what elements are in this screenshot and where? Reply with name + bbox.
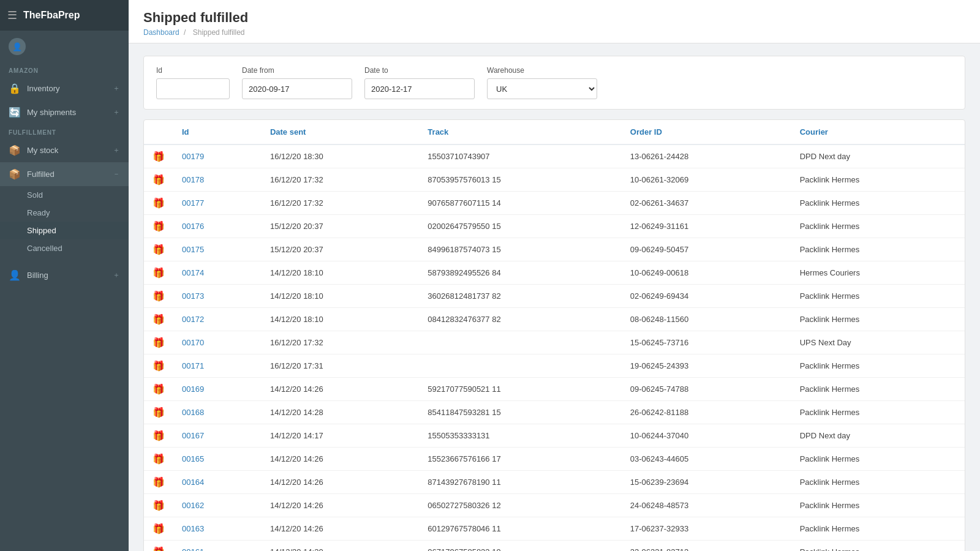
id-input[interactable]: [156, 78, 230, 99]
row-icon-cell: 🎁: [144, 494, 173, 517]
table-row[interactable]: 🎁 00178 16/12/20 17:32 87053957576013 15…: [144, 168, 965, 192]
sidebar-item-my-shipments[interactable]: 🔄 My shipments ＋: [0, 100, 129, 124]
fulfilled-icon: 📦: [9, 168, 21, 180]
row-courier: Packlink Hermes: [791, 308, 965, 331]
row-id[interactable]: 00165: [173, 448, 262, 471]
table-row[interactable]: 🎁 00168 14/12/20 14:28 85411847593281 15…: [144, 401, 965, 424]
gift-icon: 🎁: [153, 523, 165, 534]
row-id[interactable]: 00169: [173, 378, 262, 401]
row-id[interactable]: 00175: [173, 238, 262, 261]
sidebar-sub-item-shipped[interactable]: Shipped: [0, 222, 129, 239]
sidebar-item-label: My shipments: [27, 108, 76, 117]
row-id[interactable]: 00161: [173, 541, 262, 552]
row-courier: UPS Next Day: [791, 331, 965, 354]
row-id[interactable]: 00170: [173, 331, 262, 354]
table-row[interactable]: 🎁 00167 14/12/20 14:17 15505353333131 10…: [144, 424, 965, 448]
row-courier: Hermes Couriers: [791, 261, 965, 285]
breadcrumb-home[interactable]: Dashboard: [143, 28, 179, 37]
row-id[interactable]: 00162: [173, 494, 262, 517]
table-row[interactable]: 🎁 00169 14/12/20 14:26 59217077590521 11…: [144, 378, 965, 401]
row-icon-cell: 🎁: [144, 144, 173, 168]
table-row[interactable]: 🎁 00171 16/12/20 17:31 19-06245-24393 Pa…: [144, 354, 965, 378]
row-id[interactable]: 00174: [173, 261, 262, 285]
gift-icon: 🎁: [153, 430, 165, 441]
table-row[interactable]: 🎁 00170 16/12/20 17:32 15-06245-73716 UP…: [144, 331, 965, 354]
sidebar-sub-item-ready[interactable]: Ready: [0, 204, 129, 222]
table-row[interactable]: 🎁 00164 14/12/20 14:26 87143927678190 11…: [144, 471, 965, 494]
row-icon-cell: 🎁: [144, 378, 173, 401]
row-id[interactable]: 00178: [173, 168, 262, 192]
table-row[interactable]: 🎁 00176 15/12/20 20:37 02002647579550 15…: [144, 215, 965, 238]
sidebar-item-my-stock[interactable]: 📦 My stock ＋: [0, 138, 129, 162]
sidebar-user-row: 👤: [0, 31, 129, 62]
page-title: Shipped fulfilled: [143, 10, 965, 26]
row-courier: Packlink Hermes: [791, 285, 965, 308]
table-row[interactable]: 🎁 00179 16/12/20 18:30 15503710743907 13…: [144, 144, 965, 168]
row-courier: DPD Next day: [791, 144, 965, 168]
table-row[interactable]: 🎁 00175 15/12/20 20:37 84996187574073 15…: [144, 238, 965, 261]
sidebar-header: ☰ TheFbaPrep: [0, 0, 129, 31]
row-date-sent: 14/12/20 14:30: [262, 541, 419, 552]
row-courier: Packlink Hermes: [791, 494, 965, 517]
col-date-sent[interactable]: Date sent: [262, 120, 419, 144]
row-order-id: 02-06261-34637: [622, 192, 791, 215]
table-row[interactable]: 🎁 00161 14/12/20 14:30 06717967585823 19…: [144, 541, 965, 552]
row-id[interactable]: 00168: [173, 401, 262, 424]
sidebar-sub-item-cancelled[interactable]: Cancelled: [0, 239, 129, 257]
row-track: 60129767578046 11: [419, 517, 621, 541]
sidebar-sub-item-sold[interactable]: Sold: [0, 186, 129, 204]
gift-icon: 🎁: [153, 500, 165, 511]
row-id[interactable]: 00163: [173, 517, 262, 541]
row-order-id: 15-06245-73716: [622, 331, 791, 354]
table-row[interactable]: 🎁 00177 16/12/20 17:32 90765877607115 14…: [144, 192, 965, 215]
row-courier: Packlink Hermes: [791, 541, 965, 552]
row-courier: Packlink Hermes: [791, 448, 965, 471]
row-id[interactable]: 00167: [173, 424, 262, 448]
row-date-sent: 14/12/20 14:26: [262, 471, 419, 494]
row-id[interactable]: 00173: [173, 285, 262, 308]
table-row[interactable]: 🎁 00172 14/12/20 18:10 08412832476377 82…: [144, 308, 965, 331]
gift-icon: 🎁: [153, 197, 165, 209]
row-date-sent: 14/12/20 14:26: [262, 448, 419, 471]
sidebar-item-fulfilled[interactable]: 📦 Fulfilled －: [0, 162, 129, 186]
row-id[interactable]: 00176: [173, 215, 262, 238]
col-courier[interactable]: Courier: [791, 120, 965, 144]
row-icon-cell: 🎁: [144, 215, 173, 238]
id-label: Id: [156, 66, 230, 75]
row-id[interactable]: 00179: [173, 144, 262, 168]
col-track[interactable]: Track: [419, 120, 621, 144]
gift-icon: 🎁: [153, 313, 165, 325]
row-courier: Packlink Hermes: [791, 378, 965, 401]
expand-icon: ＋: [113, 83, 120, 94]
row-id[interactable]: 00171: [173, 354, 262, 378]
sidebar-item-billing[interactable]: 👤 Billing ＋: [0, 263, 129, 287]
row-id[interactable]: 00172: [173, 308, 262, 331]
col-id[interactable]: Id: [173, 120, 262, 144]
shipments-table: Id Date sent Track Order ID Courier 🎁 00…: [144, 120, 965, 551]
row-id[interactable]: 00164: [173, 471, 262, 494]
table-row[interactable]: 🎁 00174 14/12/20 18:10 58793892495526 84…: [144, 261, 965, 285]
row-track: 90765877607115 14: [419, 192, 621, 215]
row-order-id: 17-06237-32933: [622, 517, 791, 541]
row-order-id: 22-06231-82712: [622, 541, 791, 552]
sidebar-sub-label: Sold: [27, 190, 43, 200]
row-courier: Packlink Hermes: [791, 354, 965, 378]
row-date-sent: 16/12/20 17:32: [262, 331, 419, 354]
row-id[interactable]: 00177: [173, 192, 262, 215]
row-courier: Packlink Hermes: [791, 401, 965, 424]
table-row[interactable]: 🎁 00162 14/12/20 14:26 06502727580326 12…: [144, 494, 965, 517]
sidebar-item-inventory[interactable]: 🔒 Inventory ＋: [0, 77, 129, 100]
date-to-input[interactable]: [364, 78, 475, 99]
page-header: Shipped fulfilled Dashboard / Shipped fu…: [129, 0, 980, 43]
menu-toggle-icon[interactable]: ☰: [7, 9, 17, 22]
table-row[interactable]: 🎁 00173 14/12/20 18:10 36026812481737 82…: [144, 285, 965, 308]
warehouse-select[interactable]: UK US EU DE: [487, 78, 597, 99]
row-date-sent: 14/12/20 14:28: [262, 401, 419, 424]
table-row[interactable]: 🎁 00163 14/12/20 14:26 60129767578046 11…: [144, 517, 965, 541]
col-order-id[interactable]: Order ID: [622, 120, 791, 144]
row-order-id: 09-06249-50457: [622, 238, 791, 261]
date-from-input[interactable]: [242, 78, 352, 99]
expand-icon: ＋: [113, 270, 120, 280]
table-row[interactable]: 🎁 00165 14/12/20 14:26 15523667576166 17…: [144, 448, 965, 471]
row-icon-cell: 🎁: [144, 331, 173, 354]
